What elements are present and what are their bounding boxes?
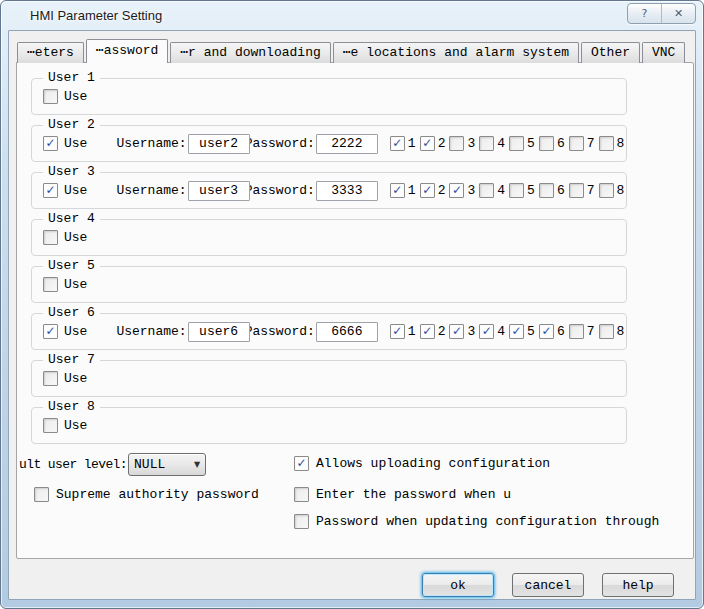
user-5-use-checkbox[interactable] [43, 277, 58, 292]
user-5-group: User 5 Use [31, 266, 627, 303]
user-2-level-4-checkbox[interactable] [479, 136, 494, 151]
user-3-level-2-checkbox[interactable] [420, 183, 435, 198]
tab-parameters[interactable]: ⋯eters [17, 42, 84, 63]
supreme-authority-label: Supreme authority password [56, 487, 259, 502]
level-label: 1 [408, 183, 416, 198]
user-6-level-3-checkbox[interactable] [449, 324, 464, 339]
user-8-use-checkbox[interactable] [43, 418, 58, 433]
allows-uploading-label: Allows uploading configuration [316, 456, 550, 471]
level-label: 2 [438, 183, 446, 198]
user-6-level-5-checkbox[interactable] [509, 324, 524, 339]
user-2-level-2-checkbox[interactable] [420, 136, 435, 151]
tab-user-and-downloading[interactable]: ⋯r and downloading [170, 42, 330, 63]
user-7-use-checkbox[interactable] [43, 371, 58, 386]
user-7-legend: User 7 [43, 352, 100, 367]
close-icon[interactable]: ✕ [661, 4, 695, 23]
level-label: 3 [467, 324, 475, 339]
level-label: 7 [587, 183, 595, 198]
user-3-level-8-checkbox[interactable] [599, 183, 614, 198]
user-6-level-7-checkbox[interactable] [569, 324, 584, 339]
user-3-username-input[interactable] [188, 181, 250, 201]
tab-other[interactable]: Other [581, 42, 640, 63]
use-label: Use [64, 324, 87, 339]
user-6-level-checkboxes: 1 2 3 4 5 6 7 8 [390, 324, 629, 339]
level-label: 8 [617, 183, 625, 198]
user-2-level-1-checkbox[interactable] [390, 136, 405, 151]
user-3-password-input[interactable] [316, 181, 378, 201]
enter-password-row: Enter the password when u [294, 487, 511, 502]
chevron-down-icon: ▼ [194, 460, 200, 469]
username-label: Username: [116, 136, 186, 151]
level-label: 1 [408, 324, 416, 339]
supreme-authority-row: Supreme authority password [34, 487, 259, 502]
level-label: 7 [587, 136, 595, 151]
user-2-level-8-checkbox[interactable] [599, 136, 614, 151]
user-2-use-checkbox[interactable] [43, 136, 58, 151]
level-label: 4 [497, 183, 505, 198]
user-3-use-checkbox[interactable] [43, 183, 58, 198]
help-button[interactable]: help [602, 573, 674, 597]
username-label: Username: [116, 324, 186, 339]
use-label: Use [64, 136, 87, 151]
user-3-level-6-checkbox[interactable] [539, 183, 554, 198]
ok-button[interactable]: ok [422, 573, 494, 597]
user-3-level-1-checkbox[interactable] [390, 183, 405, 198]
user-2-level-7-checkbox[interactable] [569, 136, 584, 151]
allows-uploading-row: Allows uploading configuration [294, 456, 550, 471]
supreme-authority-checkbox[interactable] [34, 487, 49, 502]
user-2-password-input[interactable] [316, 134, 378, 154]
user-6-level-2-checkbox[interactable] [420, 324, 435, 339]
level-label: 8 [617, 136, 625, 151]
enter-password-label: Enter the password when u [316, 487, 511, 502]
user-2-level-checkboxes: 1 2 3 4 5 6 7 8 [390, 136, 629, 151]
user-1-use-checkbox[interactable] [43, 89, 58, 104]
user-4-legend: User 4 [43, 211, 100, 226]
password-label: Password: [245, 183, 315, 198]
enter-password-checkbox[interactable] [294, 487, 309, 502]
use-label: Use [64, 230, 87, 245]
titlebar[interactable]: HMI Parameter Setting ? ✕ [1, 1, 703, 30]
level-label: 5 [527, 183, 535, 198]
level-label: 5 [527, 324, 535, 339]
user-2-legend: User 2 [43, 117, 100, 132]
user-6-password-input[interactable] [316, 322, 378, 342]
titlebar-buttons: ? ✕ [627, 3, 696, 24]
tabstrip: ⋯eters ⋯assword ⋯r and downloading ⋯e lo… [17, 40, 687, 63]
default-user-level-label: ult user level: [19, 457, 127, 472]
user-3-level-4-checkbox[interactable] [479, 183, 494, 198]
window-title: HMI Parameter Setting [30, 8, 162, 23]
help-icon[interactable]: ? [628, 4, 661, 23]
default-user-level-row: ult user level: NULL ▼ [19, 453, 206, 476]
default-user-level-select[interactable]: NULL ▼ [128, 453, 206, 476]
user-3-level-7-checkbox[interactable] [569, 183, 584, 198]
user-3-level-3-checkbox[interactable] [449, 183, 464, 198]
selected-user-level: NULL [134, 457, 194, 472]
level-label: 2 [438, 136, 446, 151]
user-2-level-5-checkbox[interactable] [509, 136, 524, 151]
user-3-level-checkboxes: 1 2 3 4 5 6 7 8 [390, 183, 629, 198]
tab-password[interactable]: ⋯assword [86, 39, 168, 63]
user-6-level-1-checkbox[interactable] [390, 324, 405, 339]
user-2-level-6-checkbox[interactable] [539, 136, 554, 151]
level-label: 4 [497, 324, 505, 339]
user-2-username-input[interactable] [188, 134, 250, 154]
user-3-level-5-checkbox[interactable] [509, 183, 524, 198]
password-when-updating-label: Password when updating configuration thr… [316, 514, 659, 529]
hmi-parameter-setting-dialog: HMI Parameter Setting ? ✕ ⋯eters ⋯asswor… [0, 0, 704, 609]
user-6-level-8-checkbox[interactable] [599, 324, 614, 339]
user-4-group: User 4 Use [31, 219, 627, 256]
cancel-button[interactable]: cancel [512, 573, 584, 597]
user-6-username-input[interactable] [188, 322, 250, 342]
user-6-use-checkbox[interactable] [43, 324, 58, 339]
user-4-use-checkbox[interactable] [43, 230, 58, 245]
user-2-level-3-checkbox[interactable] [449, 136, 464, 151]
username-label: Username: [116, 183, 186, 198]
tab-file-locations-and-alarm-system[interactable]: ⋯e locations and alarm system [333, 42, 579, 63]
tab-vnc[interactable]: VNC [642, 42, 685, 63]
password-when-updating-checkbox[interactable] [294, 514, 309, 529]
allows-uploading-checkbox[interactable] [294, 456, 309, 471]
user-6-level-6-checkbox[interactable] [539, 324, 554, 339]
user-7-group: User 7 Use [31, 360, 627, 397]
user-6-level-4-checkbox[interactable] [479, 324, 494, 339]
password-label: Password: [245, 324, 315, 339]
